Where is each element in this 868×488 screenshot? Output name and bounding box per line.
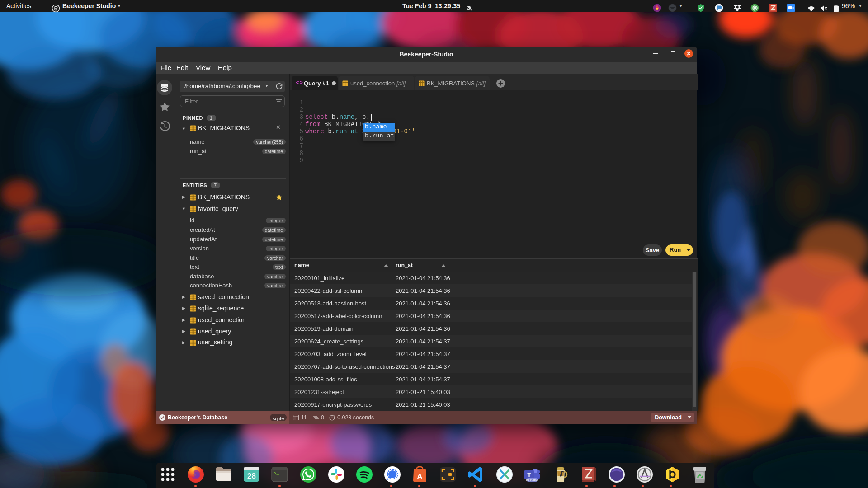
svg-text:28: 28 — [247, 472, 256, 480]
svg-text:T: T — [527, 471, 531, 479]
svg-text:PREVIEW: PREVIEW — [526, 479, 538, 482]
svg-text:>_: >_ — [274, 471, 279, 476]
svg-text:A: A — [417, 472, 422, 481]
